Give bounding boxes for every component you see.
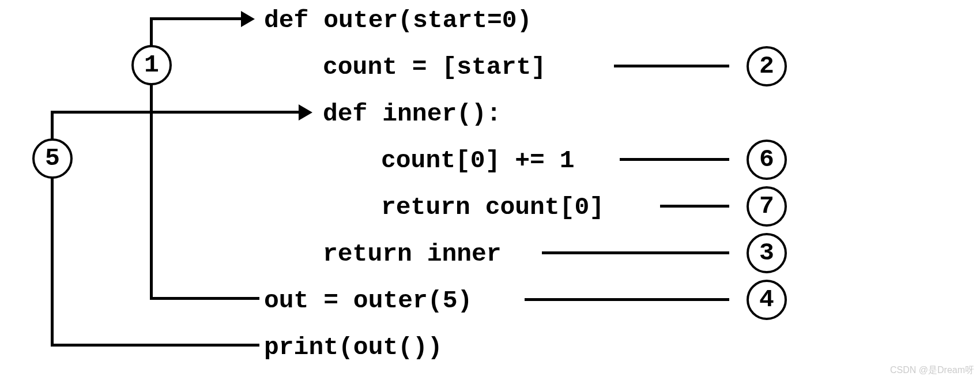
connector-1-top-h	[150, 17, 242, 20]
step-circle-5: 5	[32, 138, 73, 179]
step-circle-4: 4	[747, 280, 787, 320]
code-line-4: count[0] += 1	[381, 146, 574, 175]
code-line-5: return count[0]	[381, 193, 604, 221]
arrowhead-1	[241, 11, 255, 27]
step-circle-1: 1	[131, 45, 172, 85]
code-line-1: def outer(start=0)	[264, 6, 532, 35]
code-line-6: return inner	[323, 240, 502, 268]
code-line-8: print(out())	[264, 333, 443, 362]
connector-5-bottom-h	[51, 344, 259, 347]
step-circle-6: 6	[747, 140, 787, 180]
connector-line-3	[542, 251, 729, 254]
code-line-7: out = outer(5)	[264, 287, 472, 315]
step-circle-2: 2	[747, 46, 787, 86]
connector-5-top-h	[51, 111, 300, 114]
connector-line-7	[660, 205, 729, 208]
code-line-3: def inner():	[323, 100, 502, 128]
step-circle-3: 3	[747, 233, 787, 273]
code-line-2: count = [start]	[323, 53, 546, 81]
step-circle-7: 7	[747, 186, 787, 227]
connector-line-2	[614, 65, 729, 67]
arrowhead-5	[299, 104, 312, 121]
connector-1-bottom-h	[150, 297, 259, 300]
watermark: CSDN @是Dream呀	[890, 364, 974, 377]
connector-line-4	[525, 298, 729, 301]
connector-line-6	[620, 158, 729, 161]
